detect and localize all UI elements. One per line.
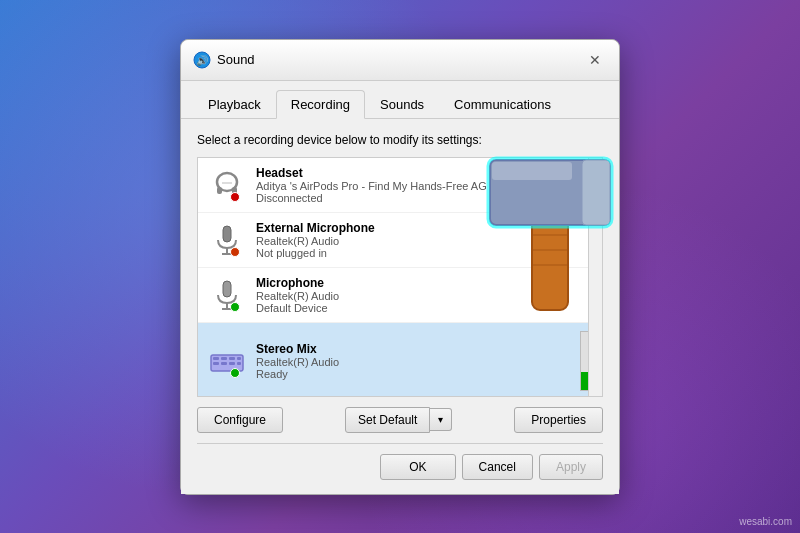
headset-name: Headset: [256, 166, 592, 180]
set-default-dropdown[interactable]: ▾: [430, 408, 452, 431]
instruction-text: Select a recording device below to modif…: [197, 133, 603, 147]
properties-button[interactable]: Properties: [514, 407, 603, 433]
ok-button[interactable]: OK: [380, 454, 455, 480]
scroll-thumb[interactable]: [590, 160, 602, 200]
action-button-row: Configure Set Default ▾ Properties: [197, 407, 603, 433]
svg-rect-17: [229, 357, 235, 360]
external-mic-info: External Microphone Realtek(R) Audio Not…: [256, 221, 592, 259]
tab-bar: Playback Recording Sounds Communications: [181, 81, 619, 119]
device-item-stereo-mix[interactable]: Stereo Mix Realtek(R) Audio Ready: [198, 323, 602, 397]
svg-rect-20: [237, 362, 241, 365]
mic-name: Microphone: [256, 276, 592, 290]
svg-text:🔊: 🔊: [196, 54, 209, 67]
tab-sounds[interactable]: Sounds: [365, 90, 439, 119]
svg-rect-9: [223, 281, 231, 297]
external-mic-status: Not plugged in: [256, 247, 592, 259]
headset-status-dot: [230, 192, 240, 202]
svg-rect-16: [221, 362, 227, 365]
svg-rect-19: [237, 357, 241, 360]
device-item-headset[interactable]: Headset Aditya 's AirPods Pro - Find My …: [198, 158, 602, 213]
svg-rect-6: [223, 226, 231, 242]
mic-driver: Realtek(R) Audio: [256, 290, 592, 302]
apply-button[interactable]: Apply: [539, 454, 603, 480]
headset-info: Headset Aditya 's AirPods Pro - Find My …: [256, 166, 592, 204]
stereo-mix-status-dot: [230, 368, 240, 378]
tab-recording[interactable]: Recording: [276, 90, 365, 119]
mic-icon-wrap: [208, 276, 246, 314]
title-bar-left: 🔊 Sound: [193, 51, 255, 69]
stereo-mix-info: Stereo Mix Realtek(R) Audio Ready: [256, 342, 572, 380]
svg-rect-3: [217, 187, 222, 194]
cancel-button[interactable]: Cancel: [462, 454, 533, 480]
sound-dialog: 🔊 Sound ✕ Playback Recording Sounds Comm…: [180, 39, 620, 495]
mic-status-dot: [230, 302, 240, 312]
device-item-microphone[interactable]: Microphone Realtek(R) Audio Default Devi…: [198, 268, 602, 323]
headset-icon-wrap: [208, 166, 246, 204]
scrollbar[interactable]: [588, 158, 602, 396]
stereo-mix-icon-wrap: [208, 342, 246, 380]
svg-rect-13: [213, 357, 219, 360]
watermark: wesabi.com: [739, 516, 792, 527]
external-mic-icon-wrap: [208, 221, 246, 259]
mic-info: Microphone Realtek(R) Audio Default Devi…: [256, 276, 592, 314]
device-list[interactable]: Headset Aditya 's AirPods Pro - Find My …: [197, 157, 603, 397]
external-mic-name: External Microphone: [256, 221, 592, 235]
set-default-button[interactable]: Set Default: [345, 407, 430, 433]
headset-status: Disconnected: [256, 192, 592, 204]
svg-rect-18: [229, 362, 235, 365]
sound-icon: 🔊: [193, 51, 211, 69]
close-button[interactable]: ✕: [583, 48, 607, 72]
mic-status: Default Device: [256, 302, 592, 314]
title-bar: 🔊 Sound ✕: [181, 40, 619, 81]
stereo-mix-driver: Realtek(R) Audio: [256, 356, 572, 368]
configure-button[interactable]: Configure: [197, 407, 283, 433]
dialog-title: Sound: [217, 52, 255, 67]
svg-rect-15: [221, 357, 227, 360]
stereo-mix-status: Ready: [256, 368, 572, 380]
stereo-mix-name: Stereo Mix: [256, 342, 572, 356]
dialog-button-row: OK Cancel Apply: [197, 443, 603, 480]
svg-rect-14: [213, 362, 219, 365]
dialog-content: Select a recording device below to modif…: [181, 119, 619, 494]
external-mic-status-dot: [230, 247, 240, 257]
tab-playback[interactable]: Playback: [193, 90, 276, 119]
external-mic-driver: Realtek(R) Audio: [256, 235, 592, 247]
tab-communications[interactable]: Communications: [439, 90, 566, 119]
set-default-group: Set Default ▾: [345, 407, 452, 433]
headset-driver: Aditya 's AirPods Pro - Find My Hands-Fr…: [256, 180, 592, 192]
device-item-external-mic[interactable]: External Microphone Realtek(R) Audio Not…: [198, 213, 602, 268]
